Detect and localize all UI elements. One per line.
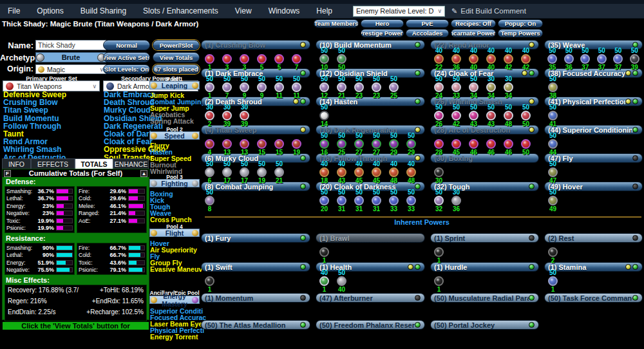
enhancement-icon[interactable]: [337, 139, 346, 149]
enhancement-icon[interactable]: [521, 54, 531, 64]
enhancement-slot[interactable]: 13: [218, 133, 236, 156]
enhancement-slot[interactable]: 5023: [368, 76, 385, 99]
enhancement-slot[interactable]: 5017: [218, 161, 236, 184]
enhancement-slot[interactable]: 5010: [316, 48, 333, 71]
edit-build-comment-button[interactable]: ✎ Edit Build Comment: [451, 7, 526, 15]
enhancement-slot[interactable]: 4043: [333, 161, 350, 184]
enhancement-icon[interactable]: [389, 82, 399, 92]
enhancement-slot[interactable]: 1: [430, 241, 448, 264]
top-button-prestige-powers[interactable]: Prestige Powers: [361, 29, 404, 37]
power-entry--1-sprint[interactable]: (1) Sprint1: [430, 233, 539, 264]
pool-prev-icon[interactable]: [151, 133, 157, 139]
enhancement-icon[interactable]: [337, 54, 346, 64]
enhancement-icon[interactable]: [240, 54, 249, 64]
pool-next-icon[interactable]: [192, 133, 198, 139]
power-list-item-build-momentu[interactable]: Build Momentu: [3, 115, 101, 122]
enhancement-slot[interactable]: 3039: [236, 104, 253, 127]
enhancement-icon[interactable]: [547, 54, 557, 64]
power-bar[interactable]: (50) Task Force Commander: [544, 293, 643, 303]
enhancement-slot[interactable]: 509: [253, 76, 270, 99]
enhancement-slot[interactable]: 5017: [236, 161, 253, 184]
enhancement-slot[interactable]: 3034: [482, 76, 500, 99]
enhancement-icon[interactable]: [240, 167, 249, 177]
enhancement-slot[interactable]: 5048: [500, 104, 517, 127]
enhancement-icon[interactable]: [434, 54, 444, 64]
enhancement-slot[interactable]: 50: [517, 133, 535, 156]
enhancement-slot[interactable]: 509: [236, 76, 253, 99]
enhancement-icon[interactable]: [205, 139, 214, 149]
enhancement-icon[interactable]: [434, 247, 444, 257]
power-entry--22-rend-armor[interactable]: (22) Rend Armor402240364040404040424042: [430, 40, 539, 71]
enhancement-icon[interactable]: [222, 82, 232, 92]
enhancement-slot[interactable]: 401: [316, 270, 333, 293]
power-entry--18-follow-through[interactable]: (18) Follow Through401840434045404540484…: [316, 153, 425, 184]
enhancement-slot[interactable]: 5044: [544, 133, 562, 156]
enhancement-slot[interactable]: 5043: [465, 104, 482, 127]
power-bar[interactable]: (50) Portal Jockey: [430, 320, 539, 330]
pool-header-leaping[interactable]: Leaping: [149, 81, 200, 90]
enhancement-icon[interactable]: [389, 167, 399, 177]
enhancement-slot[interactable]: 5033: [448, 76, 465, 99]
enhancement-icon[interactable]: [548, 196, 558, 205]
enhancement-icon[interactable]: [597, 54, 607, 64]
enhancement-slot[interactable]: 5029: [402, 133, 420, 156]
enhancement-slot[interactable]: 5041: [544, 104, 562, 127]
power-list-item-energy-torrent[interactable]: Energy Torrent: [150, 334, 200, 340]
enhancement-slot[interactable]: 13: [236, 133, 253, 156]
enhancement-icon[interactable]: [292, 82, 301, 92]
enhancement-slot[interactable]: 5049: [544, 189, 562, 212]
power-bar[interactable]: (50) Musculature Radial Parago: [430, 293, 539, 303]
pool-header-fighting[interactable]: Fighting: [149, 179, 200, 187]
enhancement-slot[interactable]: 5050: [333, 48, 350, 71]
enhancement-slot[interactable]: 302: [201, 104, 218, 127]
enhancement-slot[interactable]: 4022: [430, 48, 448, 71]
power-entry--50-the-atlas-medallion[interactable]: (50) The Atlas Medallion: [201, 320, 310, 330]
menu-item-view[interactable]: View: [235, 6, 252, 15]
normal-button[interactable]: Normal: [103, 40, 150, 50]
enhancement-icon[interactable]: [486, 82, 496, 92]
power-entry--12-obsidian-shield[interactable]: (12) Obsidian Shield50125021502350235025: [316, 68, 425, 99]
enhancement-icon[interactable]: [504, 54, 513, 64]
power-entry--1-momentum[interactable]: (1) Momentum: [201, 293, 310, 303]
menu-item-windows[interactable]: Windows: [269, 6, 300, 15]
enhancement-slot[interactable]: 45: [448, 133, 465, 156]
enhancement-icon[interactable]: [319, 54, 329, 64]
enhancement-icon[interactable]: [319, 111, 329, 120]
power-list-item-evasive-maneuv[interactable]: Evasive Maneuv: [150, 266, 200, 272]
enhancement-icon[interactable]: [548, 247, 558, 257]
enhancement-slot[interactable]: 5026: [430, 104, 448, 127]
enhancement-slot[interactable]: 5024: [430, 76, 448, 99]
pool-prev-icon[interactable]: [151, 180, 157, 187]
enhancement-slot[interactable]: 5038: [544, 76, 562, 99]
power-entry--30-boxing[interactable]: (30) Boxing30: [430, 153, 539, 184]
enhancement-slot[interactable]: 5027: [350, 133, 368, 156]
enhancement-slot[interactable]: 1: [430, 270, 448, 293]
enemy-relative-level-dropdown[interactable]: Enemy Relative Level: D ∨: [353, 6, 445, 17]
power-entry--8-combat-jumping[interactable]: (8) Combat Jumping508: [201, 182, 310, 212]
enhancement-icon[interactable]: [274, 54, 284, 64]
pool-header-energy-mastery[interactable]: Energy Mastery: [149, 296, 200, 304]
enhancement-icon[interactable]: [354, 139, 364, 149]
enhancement-icon[interactable]: [451, 111, 461, 120]
enhancement-icon[interactable]: [451, 54, 461, 64]
power-entry--14-hasten[interactable]: (14) Hasten5014: [316, 97, 425, 127]
enhancement-icon[interactable]: [451, 196, 461, 205]
enhancement-slot[interactable]: 5035: [544, 48, 561, 71]
enhancement-slot[interactable]: 15: [270, 133, 288, 156]
enhancement-icon[interactable]: [548, 276, 558, 286]
pool-prev-icon[interactable]: [151, 230, 157, 236]
enhancement-slot[interactable]: 5050: [517, 104, 535, 127]
pool-prev-icon[interactable]: [151, 297, 157, 303]
enhancement-icon[interactable]: [486, 54, 496, 64]
enhancement-slot[interactable]: 4045: [368, 161, 385, 184]
enhancement-slot[interactable]: 30: [430, 161, 448, 184]
power-entry--50-freedom-phalanx-reserve[interactable]: (50) Freedom Phalanx Reserve: [316, 320, 425, 330]
power-entry--6-murky-cloud[interactable]: (6) Murky Cloud5065017501750195021: [201, 153, 310, 184]
enhancement-icon[interactable]: [548, 139, 558, 149]
tab-info[interactable]: INFO: [2, 158, 31, 169]
enhancement-icon[interactable]: [372, 82, 381, 92]
enhancement-slot[interactable]: 5016: [316, 133, 333, 156]
enhancement-icon[interactable]: [372, 167, 381, 177]
power-entry--1-swift[interactable]: (1) Swift1: [201, 262, 310, 293]
enhancement-slot[interactable]: 4042: [517, 48, 535, 71]
